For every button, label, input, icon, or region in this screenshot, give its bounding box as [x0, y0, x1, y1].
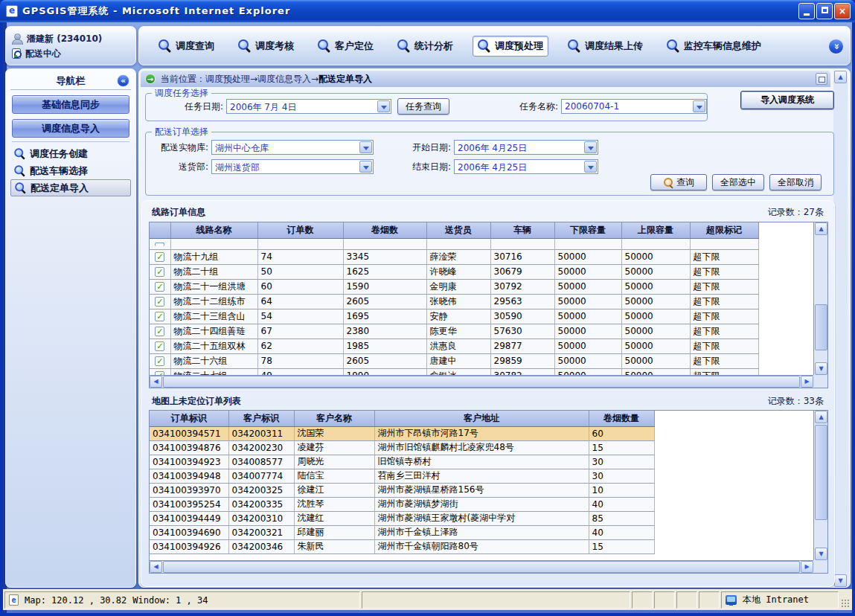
unlocated-table-vscrollbar[interactable]: ▲ ▼: [813, 411, 827, 560]
table-row[interactable]: ✓物流二十一组洪塘601590金明康307925000050000超下限: [150, 279, 758, 294]
table-row[interactable]: ✓物流二十三组含山541695安静305905000050000超下限: [150, 309, 758, 324]
toolbar-more-button[interactable]: «: [828, 39, 844, 54]
search-button[interactable]: 查询: [650, 174, 707, 190]
table-row[interactable]: 034100394571034200311沈国荣湖州市下昂镇市河路17号60: [150, 426, 654, 440]
scroll-up-icon[interactable]: ▲: [834, 71, 847, 83]
sidebar-group-base-info-sync[interactable]: 基础信息同步: [12, 95, 129, 114]
scroll-right-icon[interactable]: ▶: [801, 376, 813, 388]
column-header[interactable]: 订单数: [257, 222, 343, 238]
task-date-select[interactable]: 2006年 7月 4日: [226, 99, 391, 114]
table-row[interactable]: 034100394876034200230凌建芬湖州市旧馆镇麒麟村北凌家兜48号…: [150, 440, 654, 455]
column-header[interactable]: 线路名称: [170, 222, 257, 238]
row-checkbox[interactable]: ✓: [155, 356, 164, 366]
scroll-left-icon[interactable]: ◀: [150, 376, 162, 388]
table-row[interactable]: ✓物流二十二组练市642605张晓伟295635000050000超下限: [150, 294, 758, 309]
scroll-up-icon[interactable]: ▲: [815, 411, 827, 423]
task-query-button[interactable]: 任务查询: [397, 98, 449, 115]
end-date-select[interactable]: 2006年 4月25日: [454, 159, 598, 174]
toolbar-item-dispatch-preprocess[interactable]: 调度预处理: [473, 36, 548, 57]
content-scrollbar[interactable]: ▲ ▼: [833, 71, 848, 587]
scroll-right-icon[interactable]: ▶: [801, 561, 813, 573]
scroll-down-icon[interactable]: ▼: [834, 574, 847, 587]
start-date-select[interactable]: 2006年 4月25日: [454, 140, 598, 155]
table-row[interactable]: 034100394923034008577周晓光旧馆镇寺桥村30: [150, 455, 654, 469]
column-header[interactable]: 下限容量: [554, 222, 621, 238]
minimize-button[interactable]: [798, 3, 815, 19]
column-header[interactable]: 上限容量: [621, 222, 690, 238]
dropdown-arrow-icon[interactable]: [359, 161, 372, 173]
table-row[interactable]: 034100394690034200321邱建丽湖州市千金镇上泽路40: [150, 525, 654, 539]
dropdown-arrow-icon[interactable]: [693, 100, 705, 112]
maximize-button[interactable]: [816, 3, 833, 19]
row-checkbox[interactable]: ✓: [155, 297, 164, 307]
deselect-all-button[interactable]: 全部取消: [769, 174, 822, 190]
scroll-down-icon[interactable]: ▼: [815, 548, 827, 560]
route-table-hscrollbar[interactable]: ◀ ▶: [150, 375, 813, 388]
table-cell: 15: [589, 539, 654, 554]
column-header[interactable]: 客户地址: [374, 411, 589, 426]
row-checkbox[interactable]: ✓: [155, 312, 164, 321]
sidebar-item-order-import[interactable]: 配送定单导入: [10, 179, 131, 196]
route-table-vscrollbar[interactable]: ▲ ▼: [813, 222, 827, 375]
toolbar-item-dispatch-assess[interactable]: 调度考核: [234, 36, 298, 56]
scroll-left-icon[interactable]: ◀: [150, 561, 162, 573]
column-header[interactable]: 订单标识: [150, 411, 228, 426]
select-all-button[interactable]: 全部选中: [712, 174, 764, 190]
toolbar-item-vehicle-info[interactable]: 监控车辆信息维护: [662, 36, 766, 56]
dropdown-arrow-icon[interactable]: [584, 161, 597, 173]
row-checkbox[interactable]: [155, 243, 164, 246]
table-cell: 物流二十二组练市: [170, 294, 257, 309]
column-header[interactable]: 送货员: [426, 222, 490, 238]
column-header[interactable]: 超限标记: [690, 222, 758, 238]
magnifier-icon: [15, 182, 25, 193]
row-checkbox[interactable]: ✓: [155, 327, 164, 336]
checkbox-column-header: [150, 222, 170, 238]
column-header[interactable]: 车辆: [490, 222, 554, 238]
user-name: 潘建新 (234010): [27, 33, 102, 45]
scrollbar-thumb[interactable]: [163, 376, 800, 388]
column-header[interactable]: 卷烟数: [343, 222, 426, 238]
table-row[interactable]: 034100393970034200325徐建江湖州市菱湖镇星桥路156号10: [150, 483, 654, 497]
scrollbar-thumb[interactable]: [815, 425, 827, 520]
sidebar-item-task-create[interactable]: 调度任务创建: [10, 145, 131, 162]
toolbar-item-dispatch-query[interactable]: 调度查询: [154, 36, 219, 56]
column-header[interactable]: 卷烟数量: [589, 411, 654, 426]
sidebar-item-vehicle-select[interactable]: 配送车辆选择: [10, 162, 131, 179]
warehouse-select[interactable]: 湖州中心仓库: [211, 140, 374, 155]
dropdown-arrow-icon[interactable]: [359, 141, 372, 153]
column-header[interactable]: 客户标识: [228, 411, 294, 426]
table-row[interactable]: ✓物流二十七组491990俞银冰307825000050000超下限: [150, 368, 758, 375]
table-row[interactable]: ✓物流二十六组782605唐建中298595000050000超下限: [150, 353, 758, 368]
table-row[interactable]: ✓物流二十五组双林621985洪惠良298775000050000超下限: [150, 339, 758, 353]
table-row[interactable]: 034100394948034007774陆信宝苕南乡三田洋村30: [150, 469, 654, 483]
table-row[interactable]: ✓物流二十四组善琏672380陈更华576305000050000超下限: [150, 324, 758, 339]
sidebar-collapse-button[interactable]: «: [117, 74, 129, 87]
panel-collapse-button[interactable]: [816, 73, 827, 85]
row-checkbox[interactable]: ✓: [155, 267, 164, 277]
table-row[interactable]: 034100394449034200310沈建红湖州市菱湖镇王家墩村(菱湖中学对…: [150, 511, 654, 525]
row-checkbox[interactable]: ✓: [155, 252, 164, 262]
toolbar-item-statistics[interactable]: 统计分析: [393, 36, 458, 56]
scrollbar-thumb[interactable]: [815, 304, 827, 350]
table-row[interactable]: ✓物流二十组501625许晓峰306795000050000超下限: [150, 264, 758, 279]
scrollbar-thumb[interactable]: [163, 561, 800, 573]
sidebar-group-dispatch-import[interactable]: 调度信息导入: [12, 119, 129, 138]
scroll-up-icon[interactable]: ▲: [815, 222, 827, 235]
table-row[interactable]: ✓物流十九组743345薛淦荣307165000050000超下限: [150, 249, 758, 264]
delivery-dept-select[interactable]: 湖州送货部: [211, 159, 374, 174]
toolbar-item-dispatch-upload[interactable]: 调度结果上传: [563, 36, 647, 56]
column-header[interactable]: 客户名称: [294, 411, 374, 426]
row-checkbox[interactable]: ✓: [155, 282, 164, 292]
dropdown-arrow-icon[interactable]: [584, 141, 597, 153]
resize-grip[interactable]: [840, 598, 851, 609]
toolbar-item-customer-locate[interactable]: 客户定位: [313, 36, 378, 56]
row-checkbox[interactable]: ✓: [155, 341, 164, 351]
table-row[interactable]: 034100395254034200335沈胜琴湖州市菱湖镇梦湖街40: [150, 497, 654, 511]
scroll-down-icon[interactable]: ▼: [815, 362, 827, 375]
import-to-dispatch-button[interactable]: 导入调度系统: [740, 91, 834, 109]
table-row[interactable]: 034100394926034200346朱新民湖州市千金镇朝阳路80号15: [150, 539, 654, 554]
unlocated-table-hscrollbar[interactable]: ◀ ▶: [150, 560, 813, 573]
dropdown-arrow-icon[interactable]: [377, 100, 390, 112]
task-name-select[interactable]: 20060704-1: [561, 99, 707, 114]
close-button[interactable]: ×: [834, 3, 851, 19]
